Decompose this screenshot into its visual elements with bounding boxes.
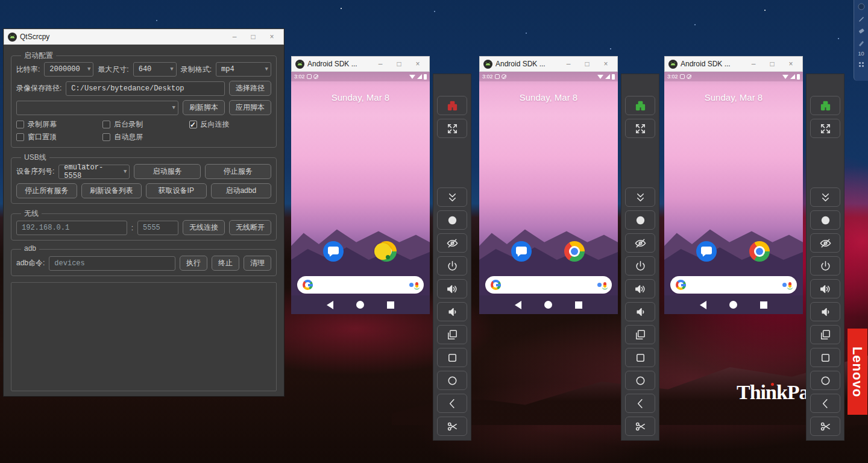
phone-screen[interactable]: 3:02 Sunday, Mar 8 bbox=[291, 72, 430, 314]
window-topmost-checkbox[interactable]: 窗口置顶 bbox=[16, 132, 102, 142]
get-device-ip-button[interactable]: 获取设备IP bbox=[146, 183, 207, 198]
power-button[interactable] bbox=[810, 256, 840, 276]
volume-down-button[interactable] bbox=[625, 302, 655, 321]
android-titlebar[interactable]: Android SDK ... – □ × bbox=[664, 56, 803, 72]
notification-pulldown-button[interactable] bbox=[810, 187, 840, 207]
maximize-button[interactable]: □ bbox=[245, 33, 261, 41]
expand-fullscreen-button[interactable] bbox=[810, 119, 840, 138]
menu-button[interactable] bbox=[437, 348, 467, 367]
adb-command-input[interactable]: devices bbox=[49, 256, 175, 271]
refresh-device-list-button[interactable]: 刷新设备列表 bbox=[81, 183, 142, 198]
maximize-button[interactable]: □ bbox=[764, 60, 780, 68]
record-format-combo[interactable]: mp4▼ bbox=[216, 62, 271, 77]
refresh-script-button[interactable]: 刷新脚本 bbox=[183, 100, 225, 115]
background-record-checkbox[interactable]: 后台录制 bbox=[102, 119, 189, 130]
device-serial-combo[interactable]: emulator-5558▼ bbox=[58, 165, 130, 179]
minimize-button[interactable]: – bbox=[746, 60, 761, 68]
android-titlebar[interactable]: Android SDK ... – □ × bbox=[479, 56, 618, 72]
reverse-connect-checkbox[interactable]: ✓反向连接 bbox=[189, 119, 271, 130]
annotation-edge-panel[interactable]: 10 bbox=[854, 0, 868, 81]
minimize-button[interactable]: – bbox=[373, 60, 388, 68]
maximize-button[interactable]: □ bbox=[579, 60, 595, 68]
adb-run-button[interactable]: 执行 bbox=[180, 256, 207, 271]
close-button[interactable]: × bbox=[410, 60, 426, 68]
back-button[interactable] bbox=[810, 394, 840, 413]
app-switch-button[interactable] bbox=[625, 325, 655, 344]
menu-button[interactable] bbox=[810, 348, 840, 367]
touch-toggle-button[interactable] bbox=[437, 210, 467, 230]
adb-clear-button[interactable]: 清理 bbox=[244, 256, 271, 271]
nav-back-button[interactable] bbox=[515, 301, 521, 309]
app-switch-button[interactable] bbox=[810, 325, 840, 344]
adb-stop-button[interactable]: 终止 bbox=[212, 256, 239, 271]
nav-home-button[interactable] bbox=[544, 301, 552, 309]
choose-path-button[interactable]: 选择路径 bbox=[229, 81, 271, 96]
minimize-button[interactable]: – bbox=[227, 33, 242, 41]
start-service-button[interactable]: 启动服务 bbox=[134, 164, 200, 179]
phone-screen[interactable]: 3:02 Sunday, Mar 8 bbox=[479, 72, 618, 314]
nav-recents-button[interactable] bbox=[575, 301, 582, 309]
start-adbd-button[interactable]: 启动adbd bbox=[211, 183, 272, 198]
maxsize-combo[interactable]: 640▼ bbox=[133, 62, 177, 77]
screenshot-button[interactable] bbox=[625, 417, 655, 436]
nav-home-button[interactable] bbox=[729, 301, 737, 309]
notification-pulldown-button[interactable] bbox=[437, 187, 467, 207]
mic-icon[interactable] bbox=[415, 282, 418, 288]
expand-fullscreen-button[interactable] bbox=[437, 119, 467, 138]
group-control-button[interactable] bbox=[810, 96, 840, 115]
screen-off-button[interactable] bbox=[625, 233, 655, 253]
mic-icon[interactable] bbox=[603, 282, 606, 288]
power-button[interactable] bbox=[625, 256, 655, 276]
grid-icon[interactable] bbox=[857, 60, 866, 69]
close-button[interactable]: × bbox=[598, 60, 614, 68]
notification-pulldown-button[interactable] bbox=[625, 187, 655, 207]
chrome-app-icon[interactable] bbox=[564, 241, 585, 262]
phone-screen[interactable]: 3:02 Sunday, Mar 8 bbox=[664, 72, 803, 314]
android-titlebar[interactable]: Android SDK ... – □ × bbox=[291, 56, 430, 72]
menu-button[interactable] bbox=[625, 348, 655, 367]
color-dot-icon[interactable] bbox=[857, 2, 866, 11]
messages-app-icon[interactable] bbox=[323, 241, 344, 262]
wireless-ip-input[interactable]: 192.168.0.1 bbox=[16, 221, 127, 235]
group-control-button[interactable] bbox=[625, 96, 655, 115]
volume-down-button[interactable] bbox=[810, 302, 840, 321]
record-screen-checkbox[interactable]: 录制屏幕 bbox=[16, 119, 102, 130]
group-control-button[interactable] bbox=[437, 96, 467, 115]
volume-down-button[interactable] bbox=[437, 302, 467, 321]
messages-app-icon[interactable] bbox=[696, 241, 717, 262]
google-search-bar[interactable] bbox=[485, 276, 612, 294]
script-combo[interactable]: ▼ bbox=[16, 101, 178, 115]
screen-off-button[interactable] bbox=[437, 233, 467, 253]
home-button[interactable] bbox=[437, 371, 467, 390]
close-button[interactable]: × bbox=[783, 60, 799, 68]
google-search-bar[interactable] bbox=[297, 276, 424, 294]
mic-icon[interactable] bbox=[788, 282, 791, 288]
adb-output-log[interactable] bbox=[11, 282, 277, 391]
pen-icon[interactable] bbox=[857, 14, 866, 23]
stop-service-button[interactable]: 停止服务 bbox=[205, 164, 271, 179]
touch-toggle-button[interactable] bbox=[625, 210, 655, 230]
nav-back-button[interactable] bbox=[700, 301, 706, 309]
wireless-connect-button[interactable]: 无线连接 bbox=[183, 220, 225, 235]
power-button[interactable] bbox=[437, 256, 467, 276]
minimize-button[interactable]: – bbox=[561, 60, 576, 68]
save-path-input[interactable]: C:/Users/bytedance/Desktop bbox=[66, 81, 225, 96]
app-switch-button[interactable] bbox=[437, 325, 467, 344]
chrome-app-icon[interactable] bbox=[749, 241, 770, 262]
qtscrcpy-titlebar[interactable]: QtScrcpy – □ × bbox=[4, 29, 284, 45]
volume-up-button[interactable] bbox=[437, 279, 467, 298]
close-button[interactable]: × bbox=[264, 33, 280, 41]
screenshot-button[interactable] bbox=[810, 417, 840, 436]
nav-back-button[interactable] bbox=[327, 301, 333, 309]
eraser-icon[interactable] bbox=[857, 27, 866, 35]
wireless-disconnect-button[interactable]: 无线断开 bbox=[229, 220, 271, 235]
screenshot-button[interactable] bbox=[437, 417, 467, 436]
wireless-port-input[interactable]: 5555 bbox=[137, 221, 178, 235]
nav-recents-button[interactable] bbox=[387, 301, 394, 309]
messages-app-icon[interactable] bbox=[511, 241, 532, 262]
nav-home-button[interactable] bbox=[356, 301, 364, 309]
volume-up-button[interactable] bbox=[810, 279, 840, 298]
bitrate-combo[interactable]: 2000000▼ bbox=[44, 62, 93, 77]
nav-recents-button[interactable] bbox=[760, 301, 767, 309]
stop-all-services-button[interactable]: 停止所有服务 bbox=[16, 183, 77, 198]
